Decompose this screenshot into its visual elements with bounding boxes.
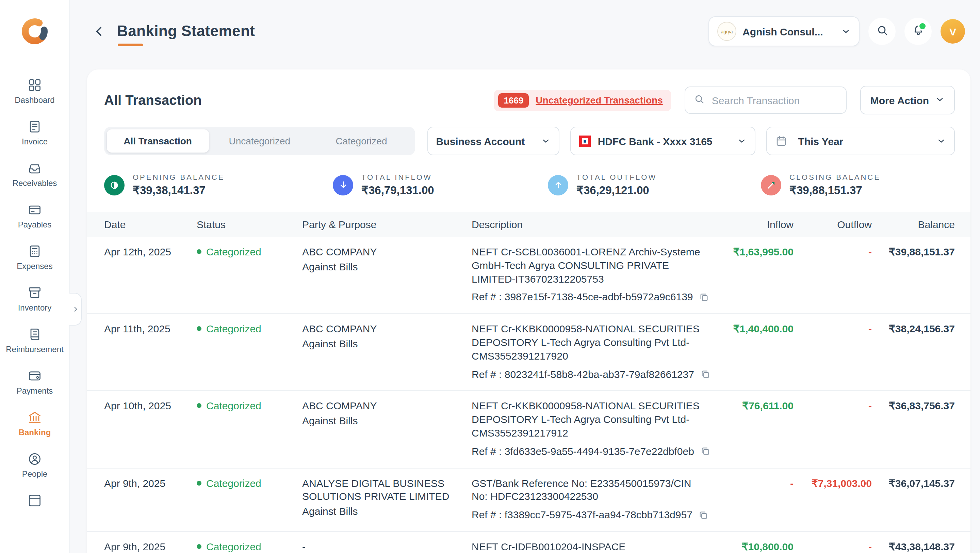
notifications-button[interactable] [904,18,932,45]
sidebar-item-inventory[interactable]: Inventory [0,278,69,319]
cell-outflow: ₹7,31,003.00 [794,477,872,490]
balance-summary: OPENING BALANCE ₹39,38,141.37 TOTAL INFL… [87,173,970,197]
company-selector[interactable]: agrya Agnish Consul... [708,16,859,46]
tab-all-transaction[interactable]: All Transaction [107,129,208,153]
account-type-value: Business Account [436,135,525,147]
outflow-arrow-icon [548,175,568,195]
page-title: Banking Statement [117,22,255,40]
stat-value: ₹39,38,141.37 [133,184,224,197]
banking-icon [27,410,42,425]
stat-label: TOTAL OUTFLOW [576,173,657,181]
copy-icon[interactable] [699,292,710,302]
table-row[interactable]: Apr 9th, 2025 Categorized -Against Bills… [87,532,970,553]
more-module-icon [27,493,42,508]
sidebar-item-people[interactable]: People [0,444,69,486]
chevron-down-icon [937,136,946,146]
sidebar-expand-button[interactable] [69,293,82,325]
sidebar-item-dashboard[interactable]: Dashboard [0,70,69,112]
more-action-button[interactable]: More Action [860,86,955,115]
column-header-date: Date [104,218,197,230]
cell-inflow: ₹76,611.00 [719,399,794,413]
cell-description: NEFT Cr-IDFB0010204-INSPACE TECHNOLOGIES… [472,540,719,553]
sidebar-item-payments[interactable]: Payments [0,361,69,403]
dashboard-icon [27,78,42,92]
user-avatar[interactable]: V [940,19,965,44]
cell-party: ANALYSE DIGITAL BUSINESS SOLUTIONS PRIVA… [302,477,472,518]
table-row[interactable]: Apr 11th, 2025 Categorized ABC COMPANYAg… [87,314,970,391]
cell-date: Apr 10th, 2025 [104,399,197,413]
sidebar-item-label: Receivables [13,179,57,187]
tab-uncategorized[interactable]: Uncategorized [208,129,310,153]
copy-icon[interactable] [700,369,711,379]
app-logo[interactable] [0,0,69,63]
cell-description: NEFT Cr-KKBK0000958-NATIONAL SECURITIES … [472,399,719,458]
ref-number: Ref # : f3389cc7-5975-437f-aa94-78cbb713… [472,508,692,522]
ref-number: Ref # : 3987e15f-7138-45ce-adbf-b5972a9c… [472,290,693,304]
cell-party: -Against Bills [302,540,472,553]
search-transaction-input[interactable] [711,94,838,107]
stat-label: OPENING BALANCE [133,173,224,181]
table-row[interactable]: Apr 10th, 2025 Categorized ABC COMPANYAg… [87,391,970,468]
copy-icon[interactable] [700,446,711,456]
sidebar-item-partial[interactable] [0,486,69,516]
sidebar-item-label: Expenses [17,262,52,270]
people-icon [27,451,42,467]
search-icon [875,24,888,39]
stat-opening-balance: OPENING BALANCE ₹39,38,141.37 [104,173,333,197]
sidebar-item-label: Payments [17,387,53,395]
sidebar-item-payables[interactable]: Payables [0,195,69,236]
search-button[interactable] [869,18,896,45]
cell-date: Apr 9th, 2025 [104,477,197,490]
cell-status: Categorized [197,245,302,259]
status-dot-icon [197,480,202,485]
cell-inflow: - [719,477,794,490]
cell-description: NEFT Cr-SCBL0036001-LORENZ Archiv-System… [472,245,719,304]
cell-date: Apr 11th, 2025 [104,322,197,336]
uncategorized-transactions-link[interactable]: Uncategorized Transactions [536,95,662,105]
status-dot-icon [197,403,202,408]
tab-categorized[interactable]: Categorized [310,129,412,153]
stat-value: ₹36,79,131.00 [361,184,434,197]
sidebar-item-banking[interactable]: Banking [0,403,69,444]
back-button[interactable] [90,22,109,41]
status-dot-icon [197,326,202,331]
calendar-icon [775,135,787,147]
cell-status: Categorized [197,322,302,336]
sidebar-nav: Dashboard Invoice Receivables [0,63,69,516]
notification-dot [918,22,927,31]
cell-outflow: - [794,399,872,413]
copy-icon[interactable] [698,510,709,520]
cell-balance: ₹38,24,156.37 [872,322,955,336]
sidebar: Dashboard Invoice Receivables [0,0,70,553]
cell-party: ABC COMPANYAgainst Bills [302,399,472,428]
bank-account-select[interactable]: HDFC Bank - Xxxx 3165 [571,127,756,155]
chevron-down-icon [841,27,851,36]
period-select[interactable]: This Year [766,127,955,155]
hdfc-bank-icon [579,135,591,147]
sidebar-item-reimbursement[interactable]: Reimbursement [0,319,69,361]
chevron-down-icon [541,136,551,146]
sidebar-item-label: Reimbursement [6,345,63,354]
chevron-down-icon [737,136,746,146]
sidebar-item-invoice[interactable]: Invoice [0,112,69,153]
table-row[interactable]: Apr 12th, 2025 Categorized ABC COMPANYAg… [87,237,970,314]
account-type-select[interactable]: Business Account [427,127,560,155]
column-header-outflow: Outflow [794,218,872,230]
bank-account-value: HDFC Bank - Xxxx 3165 [598,135,713,147]
cell-status: Categorized [197,540,302,553]
column-header-party: Party & Purpose [302,218,472,230]
cell-party: ABC COMPANYAgainst Bills [302,245,472,273]
status-dot-icon [197,544,202,549]
sidebar-item-expenses[interactable]: Expenses [0,236,69,278]
sidebar-item-label: Dashboard [14,96,54,104]
more-action-label: More Action [870,94,929,106]
ref-number: Ref # : 3fd633e5-9a55-4494-9135-7e7e22db… [472,445,694,458]
transactions-card: All Transaction 1669 Uncategorized Trans… [87,70,970,553]
cell-inflow: ₹10,800.00 [719,540,794,553]
cell-balance: ₹43,38,148.37 [872,540,955,553]
search-icon [694,93,705,107]
table-row[interactable]: Apr 9th, 2025 Categorized ANALYSE DIGITA… [87,468,970,532]
stat-closing-balance: CLOSING BALANCE ₹39,88,151.37 [761,173,881,197]
sidebar-item-receivables[interactable]: Receivables [0,153,69,195]
cell-description: GST/Bank Reference No: E2335450015973/CI… [472,477,719,522]
